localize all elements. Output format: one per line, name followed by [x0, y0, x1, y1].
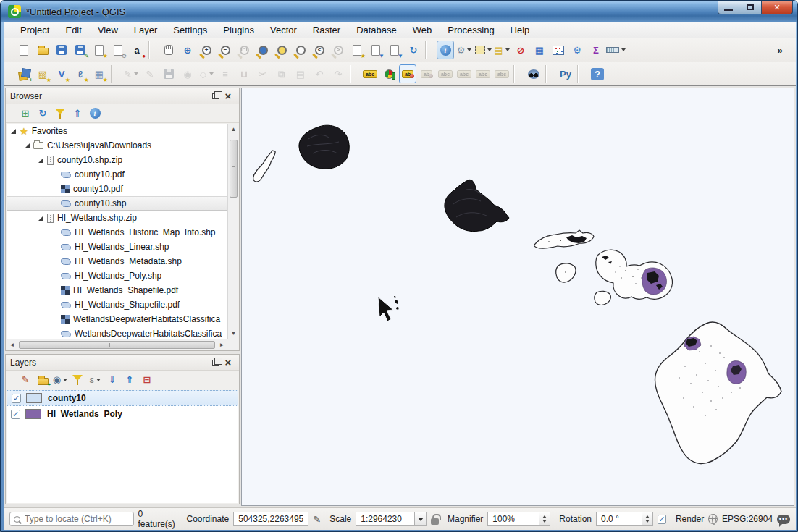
layer-styling-icon[interactable]: ✎ [17, 372, 33, 388]
toolbar-drag-handle[interactable] [11, 372, 14, 388]
add-selected-layers-icon[interactable]: ⊞ [17, 106, 33, 122]
modify-attributes-icon[interactable]: ≡ [217, 64, 234, 83]
deselect-features-icon[interactable]: ⊘ [512, 41, 529, 59]
zoom-in-icon[interactable]: + [198, 41, 215, 59]
chevron-down-icon[interactable] [134, 72, 138, 75]
new-spatial-bookmark-icon[interactable]: ★ [348, 41, 366, 59]
refresh-map-icon[interactable]: ↻ [405, 41, 422, 59]
new-spatialite-layer-icon[interactable]: ℓ★ [72, 64, 89, 83]
tree-item[interactable]: HI_Wetlands_Shapefile.pdf [7, 283, 227, 297]
toolbar-drag-handle[interactable] [9, 66, 12, 82]
toolbar-drag-handle[interactable] [550, 66, 554, 82]
maximize-button[interactable] [739, 1, 761, 14]
browser-hscrollbar[interactable]: ◄ ► [7, 339, 227, 350]
pin-labels-icon[interactable]: ab [399, 64, 416, 83]
tree-item[interactable]: county10.shp [7, 196, 227, 211]
toolbar-drag-handle[interactable] [518, 66, 522, 82]
render-checkbox[interactable]: ✓ [658, 515, 666, 524]
new-shapefile-layer-icon[interactable]: V★ [53, 64, 70, 83]
menu-database[interactable]: Database [348, 23, 405, 37]
browser-vscrollbar[interactable]: ▲ ▼ [227, 124, 238, 339]
toggle-editing-icon[interactable]: ✎ [141, 64, 159, 83]
toolbar-drag-handle[interactable] [11, 106, 14, 122]
properties-widget-icon[interactable]: i [87, 106, 103, 122]
identify-features-icon[interactable]: i [437, 41, 454, 59]
scroll-up-icon[interactable]: ▲ [228, 124, 239, 135]
scroll-right-icon[interactable]: ► [217, 339, 227, 350]
scroll-down-icon[interactable]: ▼ [228, 328, 239, 339]
unpin-labels-icon[interactable]: ab [418, 64, 435, 83]
manage-map-themes-icon[interactable]: ◉ [52, 372, 68, 388]
tree-item[interactable]: WetlandsDeepwaterHabitatsClassifica [7, 326, 227, 339]
zoom-out-icon[interactable]: − [217, 41, 234, 59]
expander-icon[interactable] [25, 143, 30, 148]
bookmark-manager-icon[interactable]: ▼ [386, 41, 403, 59]
new-geopackage-layer-icon[interactable]: ▧★ [34, 64, 51, 83]
tree-item[interactable]: county10.shp.zip [7, 153, 227, 167]
move-label-icon[interactable]: abc [455, 64, 473, 83]
layer-labeling-icon[interactable]: abc [361, 64, 379, 83]
help-contents-icon[interactable]: ? [589, 64, 606, 83]
current-edits-icon[interactable]: ✎ [122, 64, 140, 83]
spin-arrows-icon[interactable] [539, 512, 550, 526]
refresh-browser-icon[interactable]: ↻ [35, 106, 51, 122]
menu-web[interactable]: Web [405, 23, 440, 37]
metasearch-icon[interactable] [525, 64, 542, 83]
scroll-thumb[interactable] [19, 341, 215, 349]
tree-item[interactable]: ★Favorites [7, 124, 227, 138]
add-feature-icon[interactable]: ◉ [179, 64, 196, 83]
toolbar-drag-handle[interactable] [355, 66, 358, 82]
zoom-to-selection-icon[interactable] [273, 41, 290, 59]
toolbar-drag-handle[interactable] [116, 66, 119, 82]
collapse-all-layers-icon[interactable]: ⇑ [122, 372, 138, 388]
new-project-icon[interactable] [15, 41, 33, 59]
python-console-icon[interactable]: Py [557, 64, 574, 83]
delete-selected-icon[interactable]: ⊔ [235, 64, 253, 83]
menu-raster[interactable]: Raster [305, 23, 348, 37]
chevron-down-icon[interactable] [63, 379, 67, 381]
processing-toolbox-icon[interactable]: ⚙ [568, 41, 586, 59]
tree-item[interactable]: HI_Wetlands_Linear.shp [7, 240, 227, 254]
tree-item[interactable]: HI_Wetlands.shp.zip [7, 211, 227, 225]
field-calculator-icon[interactable] [550, 41, 567, 59]
menu-project[interactable]: Project [12, 23, 57, 37]
zoom-full-icon[interactable] [254, 41, 272, 59]
new-temporary-scratch-layer-icon[interactable]: ▦★ [91, 64, 108, 83]
cut-features-icon[interactable]: ✂ [254, 64, 272, 83]
browser-close-button[interactable]: × [222, 90, 235, 102]
filter-legend-icon[interactable] [70, 372, 85, 388]
data-source-manager-icon[interactable]: + [15, 64, 33, 83]
coordinate-input[interactable]: 504325,2263495 [233, 512, 308, 526]
menu-vector[interactable]: Vector [262, 23, 305, 37]
filter-browser-icon[interactable] [52, 106, 68, 122]
scale-combo[interactable]: 1:2964230 [356, 512, 427, 526]
vertex-tool-icon[interactable]: ◇ [198, 64, 215, 83]
show-spatial-bookmarks-icon[interactable]: ▼ [367, 41, 385, 59]
tree-item[interactable]: HI_Wetlands_Shapefile.pdf [7, 297, 227, 312]
show-hide-labels-icon[interactable]: abc [437, 64, 454, 83]
style-manager-icon[interactable]: a● [128, 41, 146, 59]
new-print-layout-icon[interactable]: ★ [91, 41, 108, 59]
locate-input[interactable] [23, 513, 130, 525]
close-button[interactable]: ✕ [761, 1, 793, 14]
layer-diagram-icon[interactable] [380, 64, 398, 83]
minimize-button[interactable] [718, 1, 739, 14]
expander-icon[interactable] [11, 129, 16, 134]
tree-item[interactable]: C:\Users\ujaval\Downloads [7, 138, 227, 153]
tree-item[interactable]: HI_Wetlands_Metadata.shp [7, 254, 227, 269]
toolbar-drag-handle[interactable] [9, 42, 12, 58]
toolbar-overflow-icon[interactable]: » [771, 41, 789, 59]
menu-edit[interactable]: Edit [57, 23, 89, 37]
zoom-last-icon[interactable]: < [311, 41, 328, 59]
paste-features-icon[interactable]: ▤ [292, 64, 309, 83]
mouse-position-icon[interactable]: ✎ [313, 514, 321, 525]
magnifier-spinbox[interactable]: 100% [487, 512, 550, 526]
layers-float-button[interactable] [209, 357, 222, 368]
crs-globe-icon[interactable] [708, 514, 718, 524]
tree-item[interactable]: WetlandsDeepwaterHabitatsClassifica [7, 312, 227, 326]
change-label-icon[interactable]: abc [493, 64, 511, 83]
zoom-native-icon[interactable]: 1:1 [235, 41, 253, 59]
tree-item[interactable]: HI_Wetlands_Poly.shp [7, 269, 227, 283]
expand-all-icon[interactable]: ⇓ [104, 372, 120, 388]
save-project-as-icon[interactable]: ✎ [72, 41, 89, 59]
